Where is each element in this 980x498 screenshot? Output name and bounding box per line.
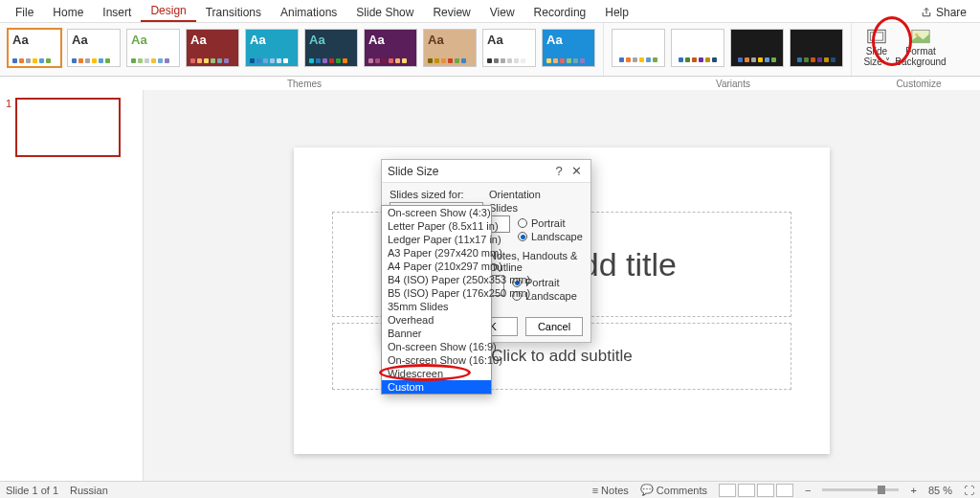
- zoom-out-button[interactable]: −: [805, 485, 811, 496]
- tab-transitions[interactable]: Transitions: [196, 3, 271, 22]
- tab-help[interactable]: Help: [595, 3, 638, 22]
- share-icon: [921, 7, 932, 18]
- dialog-help-button[interactable]: ?: [550, 164, 568, 178]
- status-slide-count: Slide 1 of 1: [6, 485, 58, 496]
- tab-recording[interactable]: Recording: [524, 3, 596, 22]
- dialog-close-button[interactable]: ✕: [568, 164, 585, 178]
- tab-home[interactable]: Home: [43, 3, 93, 22]
- theme-thumb[interactable]: Aa: [8, 29, 61, 67]
- slide-size-label: Slide Size ˅: [863, 46, 889, 67]
- theme-thumb[interactable]: Aa: [542, 29, 595, 67]
- radio-slides-landscape[interactable]: Landscape: [518, 231, 583, 242]
- tab-animations[interactable]: Animations: [271, 3, 346, 22]
- share-label: Share: [936, 6, 967, 19]
- dropdown-item[interactable]: Banner: [382, 327, 491, 340]
- dropdown-item[interactable]: B4 (ISO) Paper (250x353 mm): [382, 273, 491, 286]
- dropdown-item[interactable]: Letter Paper (8.5x11 in): [382, 219, 491, 233]
- orientation-notes-label: Notes, Handouts & Outline: [489, 250, 583, 273]
- sized-for-label: Slides sized for:: [390, 189, 483, 200]
- dropdown-item[interactable]: On-screen Show (4:3): [382, 206, 491, 219]
- tab-design[interactable]: Design: [141, 1, 195, 22]
- status-language[interactable]: Russian: [70, 485, 108, 496]
- ribbon-group-labels: Themes Variants Customize ⌃: [0, 77, 980, 90]
- slide-size-button[interactable]: Slide Size ˅: [858, 27, 896, 67]
- format-background-button[interactable]: Format Background: [902, 27, 940, 67]
- cancel-button[interactable]: Cancel: [525, 317, 583, 336]
- dropdown-item[interactable]: Widescreen: [382, 367, 491, 380]
- radio-slides-portrait[interactable]: Portrait: [518, 217, 583, 229]
- variant-thumb[interactable]: [671, 29, 724, 67]
- customize-group: Slide Size ˅ Format Background: [851, 23, 946, 76]
- themes-label: Themes: [0, 79, 609, 89]
- tab-slideshow[interactable]: Slide Show: [346, 3, 423, 22]
- notes-button[interactable]: ≡ Notes: [592, 485, 629, 496]
- dialog-title: Slide Size: [388, 165, 550, 178]
- svg-point-3: [915, 34, 918, 36]
- variant-thumb[interactable]: [730, 29, 784, 67]
- dropdown-item[interactable]: A3 Paper (297x420 mm): [382, 246, 491, 260]
- fit-to-window-button[interactable]: ⛶: [964, 485, 974, 496]
- variants-gallery: [603, 23, 851, 76]
- zoom-slider[interactable]: [822, 488, 899, 491]
- tab-review[interactable]: Review: [423, 3, 479, 22]
- zoom-value[interactable]: 85 %: [928, 485, 952, 496]
- theme-thumb[interactable]: Aa: [423, 29, 477, 67]
- themes-gallery: Aa Aa Aa Aa Aa Aa Aa Aa Aa Aa: [0, 23, 603, 76]
- sized-for-dropdown: On-screen Show (4:3)Letter Paper (8.5x11…: [381, 205, 492, 395]
- variant-thumb[interactable]: [612, 29, 665, 67]
- svg-rect-1: [870, 33, 882, 40]
- theme-thumb[interactable]: Aa: [364, 29, 417, 67]
- variants-label: Variants: [609, 79, 858, 89]
- view-buttons[interactable]: [719, 484, 793, 497]
- theme-thumb[interactable]: Aa: [67, 29, 121, 67]
- comments-button[interactable]: 💬 Comments: [640, 484, 707, 496]
- share-button[interactable]: Share: [913, 3, 974, 22]
- orientation-slides-label: Slides: [489, 202, 583, 214]
- customize-label: Customize: [858, 79, 980, 89]
- ribbon: Aa Aa Aa Aa Aa Aa Aa Aa Aa Aa Slide Size…: [0, 23, 980, 77]
- theme-thumb[interactable]: Aa: [186, 29, 239, 67]
- zoom-in-button[interactable]: +: [910, 485, 916, 496]
- slide-thumbnails-pane: 1: [0, 90, 144, 481]
- dropdown-item[interactable]: Overhead: [382, 313, 491, 327]
- tab-insert[interactable]: Insert: [93, 3, 141, 22]
- tab-view[interactable]: View: [480, 3, 524, 22]
- dropdown-item[interactable]: On-screen Show (16:10): [382, 353, 491, 367]
- format-background-label: Format Background: [895, 46, 946, 67]
- dropdown-item[interactable]: Custom: [382, 380, 491, 394]
- dropdown-item[interactable]: 35mm Slides: [382, 300, 491, 313]
- dropdown-item[interactable]: A4 Paper (210x297 mm): [382, 260, 491, 273]
- slide-thumbnail[interactable]: [15, 98, 121, 157]
- dropdown-item[interactable]: On-screen Show (16:9): [382, 340, 491, 353]
- theme-thumb[interactable]: Aa: [126, 29, 180, 67]
- status-bar: Slide 1 of 1 Russian ≡ Notes 💬 Comments …: [0, 481, 980, 498]
- dropdown-item[interactable]: Ledger Paper (11x17 in): [382, 233, 491, 246]
- slide-size-icon: [867, 29, 886, 44]
- variant-thumb[interactable]: [790, 29, 843, 67]
- orientation-label: Orientation: [489, 189, 583, 200]
- theme-thumb[interactable]: Aa: [245, 29, 299, 67]
- format-background-icon: [911, 29, 930, 44]
- thumb-index: 1: [6, 98, 11, 157]
- theme-thumb[interactable]: Aa: [482, 29, 536, 67]
- ribbon-tabs: File Home Insert Design Transitions Anim…: [0, 0, 980, 23]
- dropdown-item[interactable]: B5 (ISO) Paper (176x250 mm): [382, 286, 491, 300]
- tab-file[interactable]: File: [6, 3, 43, 22]
- theme-thumb[interactable]: Aa: [304, 29, 358, 67]
